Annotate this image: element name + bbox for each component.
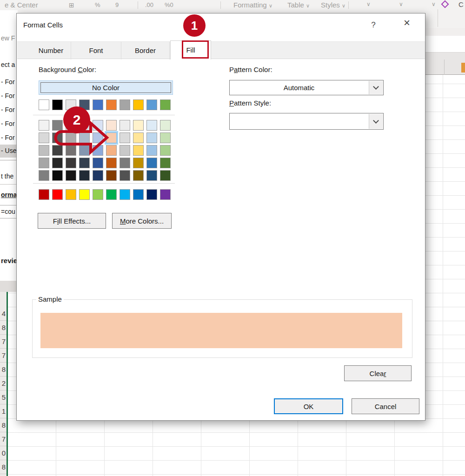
color-swatch[interactable] <box>160 158 171 168</box>
rule-type-item[interactable]: - For <box>1 78 15 86</box>
color-swatch[interactable] <box>93 170 103 181</box>
color-swatch[interactable] <box>106 170 117 181</box>
row-header[interactable]: 1 <box>0 404 7 418</box>
color-swatch[interactable] <box>52 99 63 110</box>
tab-number[interactable]: Number <box>31 42 71 60</box>
rule-type-item[interactable]: - For <box>1 120 15 127</box>
color-swatch[interactable] <box>133 158 144 168</box>
row-header[interactable]: 8 <box>0 363 7 377</box>
color-swatch[interactable] <box>133 170 144 181</box>
color-swatch[interactable] <box>146 189 157 200</box>
row-header[interactable]: 7 <box>0 335 7 349</box>
format-as-table-button[interactable]: Table ∨ <box>287 1 310 9</box>
color-swatch[interactable] <box>66 158 76 168</box>
row-header[interactable]: 8 <box>0 321 7 335</box>
chevron-down-icon[interactable]: ∨ <box>366 1 371 7</box>
chevron-down-icon[interactable]: ∨ <box>399 1 403 7</box>
color-swatch[interactable] <box>39 145 49 156</box>
color-swatch[interactable] <box>160 170 171 181</box>
row-header[interactable]: 0 <box>0 446 7 460</box>
color-swatch[interactable] <box>106 99 117 110</box>
chevron-down-icon[interactable]: ∨ <box>432 1 436 7</box>
color-swatch[interactable] <box>146 170 157 181</box>
color-swatch[interactable] <box>120 170 130 181</box>
color-swatch[interactable] <box>52 158 63 168</box>
help-button[interactable]: ? <box>366 19 380 31</box>
color-swatch[interactable] <box>93 99 103 110</box>
rule-type-item[interactable]: - For <box>1 92 15 99</box>
color-swatch[interactable] <box>93 189 103 200</box>
row-header[interactable]: 4 <box>0 307 7 321</box>
more-colors-button[interactable]: More Colors... <box>112 213 172 229</box>
rule-type-item[interactable]: - For <box>1 106 15 113</box>
color-swatch[interactable] <box>160 99 171 110</box>
color-swatch[interactable] <box>160 120 171 131</box>
color-swatch[interactable] <box>133 145 144 156</box>
color-swatch[interactable] <box>39 99 49 110</box>
color-swatch[interactable] <box>106 189 117 200</box>
color-swatch[interactable] <box>106 158 117 168</box>
color-swatch[interactable] <box>120 145 130 156</box>
color-swatch[interactable] <box>133 132 144 143</box>
clear-button[interactable]: Clear <box>344 365 412 381</box>
color-swatch[interactable] <box>79 189 90 200</box>
color-swatch[interactable] <box>120 99 130 110</box>
no-color-button[interactable]: No Color <box>39 80 173 95</box>
color-swatch[interactable] <box>146 99 157 110</box>
color-swatch[interactable] <box>160 132 171 143</box>
fill-effects-button[interactable]: Fill Effects... <box>38 213 106 229</box>
color-swatch[interactable] <box>52 189 63 200</box>
cell-styles-button[interactable]: Styles ∨ <box>321 1 345 9</box>
rule-type-item-selected[interactable]: - Use <box>1 147 16 154</box>
color-swatch[interactable] <box>120 158 130 168</box>
decrease-decimal-icon[interactable]: %0 <box>165 1 173 8</box>
divider <box>33 183 175 184</box>
color-swatch[interactable] <box>146 120 157 131</box>
color-swatch[interactable] <box>39 158 49 168</box>
row-header[interactable]: 8 <box>0 418 7 432</box>
row-header[interactable]: 7 <box>0 432 7 446</box>
color-swatch[interactable] <box>39 132 49 143</box>
color-swatch[interactable] <box>146 132 157 143</box>
comma-style-icon[interactable]: 9 <box>115 1 119 8</box>
color-swatch[interactable] <box>66 170 76 181</box>
color-swatch[interactable] <box>93 158 103 168</box>
color-swatch[interactable] <box>79 170 90 181</box>
row-header[interactable]: 7 <box>0 349 7 363</box>
percent-style-icon[interactable]: % <box>95 1 100 8</box>
conditional-formatting-button[interactable]: Formatting ∨ <box>233 1 272 9</box>
sensitivity-icon[interactable] <box>441 0 449 8</box>
formula-fragment[interactable]: =cou <box>1 208 15 215</box>
color-swatch[interactable] <box>39 189 49 200</box>
color-swatch[interactable] <box>39 120 49 131</box>
color-swatch[interactable] <box>66 189 76 200</box>
color-swatch[interactable] <box>146 145 157 156</box>
cancel-button[interactable]: Cancel <box>352 398 419 414</box>
pattern-color-dropdown-button[interactable] <box>369 81 383 94</box>
color-swatch[interactable] <box>146 158 157 168</box>
color-swatch[interactable] <box>39 170 49 181</box>
color-swatch[interactable] <box>133 99 144 110</box>
row-header[interactable]: 8 <box>0 460 7 474</box>
merge-cells-icon[interactable]: ⊞ <box>69 1 74 9</box>
row-header[interactable]: 5 <box>0 390 7 404</box>
color-swatch[interactable] <box>52 170 63 181</box>
close-button[interactable]: × <box>392 15 421 31</box>
increase-decimal-icon[interactable]: .00 <box>145 1 153 8</box>
color-swatch[interactable] <box>120 189 130 200</box>
color-swatch[interactable] <box>120 132 130 143</box>
pattern-style-combobox[interactable] <box>229 113 384 130</box>
color-swatch[interactable] <box>120 120 130 131</box>
color-swatch[interactable] <box>133 189 144 200</box>
pattern-color-combobox[interactable]: Automatic <box>229 80 384 95</box>
tab-font[interactable]: Font <box>71 42 121 60</box>
color-swatch[interactable] <box>133 120 144 131</box>
tab-border[interactable]: Border <box>121 42 170 60</box>
color-swatch[interactable] <box>160 145 171 156</box>
ok-button[interactable]: OK <box>274 398 343 414</box>
color-swatch[interactable] <box>160 189 171 200</box>
color-swatch[interactable] <box>79 158 90 168</box>
rule-type-item[interactable]: - For <box>1 134 15 141</box>
row-header[interactable]: 2 <box>0 377 7 390</box>
pattern-style-dropdown-button[interactable] <box>369 114 383 129</box>
